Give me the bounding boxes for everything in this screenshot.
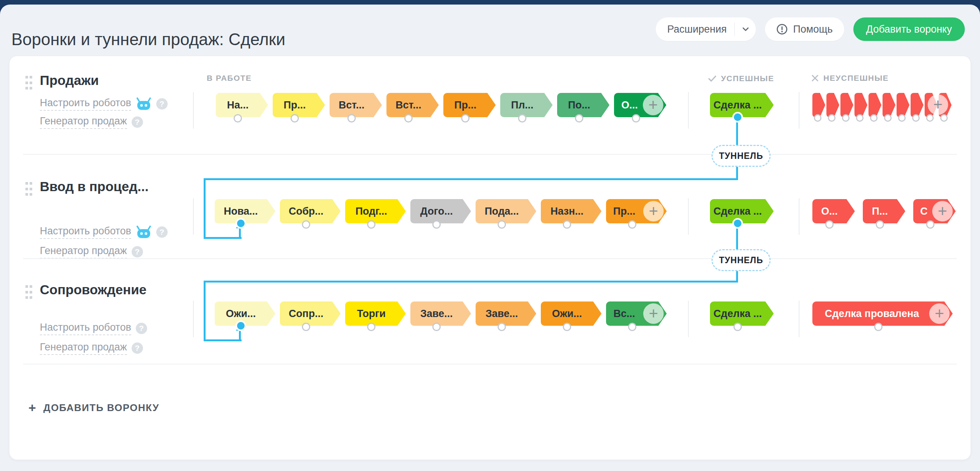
stage-chip[interactable]: Ожи... <box>215 301 275 326</box>
sales-generator-link[interactable]: Генератор продаж ? <box>40 341 143 355</box>
success-stage-chip[interactable]: Сделка ... <box>710 199 774 223</box>
stage-connector-dot[interactable] <box>498 323 506 331</box>
stage-connector-dot[interactable] <box>856 114 864 122</box>
chevron-down-icon[interactable] <box>741 24 751 34</box>
fail-stage-chip[interactable] <box>812 93 825 117</box>
drag-handle[interactable] <box>25 285 34 299</box>
stage-connector-dot[interactable] <box>347 114 356 123</box>
fail-stage-chip[interactable] <box>883 93 896 117</box>
stage-connector-dot[interactable] <box>825 220 834 229</box>
stage-chip[interactable]: Заве... <box>476 301 536 326</box>
stage-chip[interactable]: Пл... <box>500 93 552 117</box>
fail-stage-chip[interactable]: П... <box>863 199 905 223</box>
stage-connector-dot[interactable] <box>563 323 571 331</box>
add-funnel-link[interactable]: + ДОБАВИТЬ ВОРОНКУ <box>29 401 159 414</box>
stage-chip[interactable]: Пода... <box>476 199 536 223</box>
help-question-icon[interactable]: ? <box>156 226 168 238</box>
fail-stage-chip[interactable] <box>869 93 881 117</box>
stage-chip[interactable]: Ожи... <box>541 301 601 326</box>
stage-connector-dot[interactable] <box>733 323 742 331</box>
stage-chip[interactable]: Торги <box>345 301 406 326</box>
stage-chip[interactable]: Вст... <box>387 93 439 117</box>
help-question-icon[interactable]: ? <box>156 98 168 110</box>
fail-stage-chip[interactable] <box>897 93 910 117</box>
stage-connector-dot[interactable] <box>884 114 892 122</box>
setup-robots-link[interactable]: Настроить роботов ? <box>40 321 147 335</box>
stage-connector-dot[interactable] <box>461 114 469 123</box>
add-funnel-button[interactable]: Добавить воронку <box>853 18 965 41</box>
fail-stage-chip[interactable]: С + <box>913 199 956 223</box>
stage-chip[interactable]: Собр... <box>280 199 340 223</box>
stage-connector-dot[interactable] <box>367 323 375 331</box>
add-fail-stage-button[interactable]: + <box>932 201 953 221</box>
stage-connector-dot[interactable] <box>563 220 571 229</box>
sales-generator-link[interactable]: Генератор продаж ? <box>40 115 143 129</box>
stage-connector-dot[interactable] <box>628 220 636 229</box>
stage-connector-dot[interactable] <box>926 220 934 229</box>
help-question-icon[interactable]: ? <box>136 323 147 334</box>
stage-connector-dot[interactable] <box>432 323 441 331</box>
stage-connector-dot[interactable] <box>842 114 850 122</box>
stage-chip[interactable]: Нова... <box>215 199 275 223</box>
stage-connector-dot[interactable] <box>291 114 299 123</box>
drag-handle[interactable] <box>25 76 34 89</box>
help-question-icon[interactable]: ? <box>132 342 143 354</box>
stage-chip[interactable]: Пр... + <box>606 199 667 223</box>
extensions-button[interactable]: Расширения <box>656 18 756 41</box>
stage-chip[interactable]: Заве... <box>410 301 471 326</box>
stage-connector-dot[interactable] <box>404 114 413 123</box>
stage-connector-dot[interactable] <box>874 323 883 331</box>
stage-connector-dot[interactable] <box>926 114 934 122</box>
stage-connector-dot[interactable] <box>498 220 506 229</box>
stage-chip[interactable]: Назн... <box>541 199 601 223</box>
add-fail-stage-button[interactable]: + <box>929 303 950 324</box>
funnel-title[interactable]: Ввод в процед... <box>40 179 149 194</box>
add-fail-stage-button[interactable]: + <box>928 94 948 115</box>
stage-chip[interactable]: По... <box>557 93 609 117</box>
stage-connector-dot[interactable] <box>628 323 636 331</box>
stage-connector-dot[interactable] <box>828 114 835 122</box>
help-button[interactable]: Помощь <box>765 18 844 41</box>
fail-stage-chip[interactable]: Сделка провалена + <box>812 301 953 326</box>
setup-robots-link[interactable]: Настроить роботов ? <box>40 225 168 239</box>
tunnel-badge[interactable]: ТУННЕЛЬ <box>711 145 771 167</box>
stage-chip[interactable]: О... + <box>614 93 667 117</box>
stage-chip[interactable]: Пр... <box>443 93 496 117</box>
stage-chip[interactable]: Вст... <box>329 93 382 117</box>
drag-handle[interactable] <box>25 182 34 196</box>
help-question-icon[interactable]: ? <box>132 116 143 128</box>
stage-chip[interactable]: Сопр... <box>280 301 340 326</box>
sales-generator-link[interactable]: Генератор продаж ? <box>40 245 143 259</box>
stage-chip[interactable]: Вс... + <box>606 301 667 326</box>
fail-stage-chip[interactable] <box>911 93 923 117</box>
tunnel-source-dot[interactable] <box>732 218 743 229</box>
stage-connector-dot[interactable] <box>302 323 310 331</box>
stage-chip[interactable]: Подг... <box>345 199 406 223</box>
tunnel-badge[interactable]: ТУННЕЛЬ <box>711 249 771 271</box>
stage-connector-dot[interactable] <box>518 114 527 123</box>
stage-connector-dot[interactable] <box>876 220 884 229</box>
stage-connector-dot[interactable] <box>367 220 375 229</box>
success-stage-chip[interactable]: Сделка ... <box>710 301 774 326</box>
tunnel-target-dot[interactable] <box>235 320 246 331</box>
fail-stage-chip[interactable]: О... <box>812 199 855 223</box>
stage-connector-dot[interactable] <box>575 114 583 123</box>
stage-connector-dot[interactable] <box>234 114 242 123</box>
setup-robots-link[interactable]: Настроить роботов ? <box>40 97 168 111</box>
stage-connector-dot[interactable] <box>432 220 441 229</box>
stage-chip[interactable]: Пр... <box>273 93 325 117</box>
fail-stage-chip[interactable] <box>854 93 867 117</box>
stage-connector-dot[interactable] <box>632 114 640 123</box>
fail-stage-chip[interactable] <box>826 93 839 117</box>
funnel-title[interactable]: Сопровождение <box>40 282 146 297</box>
funnel-title[interactable]: Продажи <box>40 73 99 88</box>
add-stage-button[interactable]: + <box>643 201 664 221</box>
stage-connector-dot[interactable] <box>814 114 821 122</box>
stage-connector-dot[interactable] <box>870 114 878 122</box>
stage-chip[interactable]: Дого... <box>410 199 471 223</box>
fail-stage-chip[interactable] <box>840 93 853 117</box>
tunnel-target-dot[interactable] <box>235 218 246 229</box>
stage-chip[interactable]: На... <box>216 93 268 117</box>
success-stage-chip[interactable]: Сделка ... <box>710 93 774 117</box>
help-question-icon[interactable]: ? <box>132 246 143 258</box>
